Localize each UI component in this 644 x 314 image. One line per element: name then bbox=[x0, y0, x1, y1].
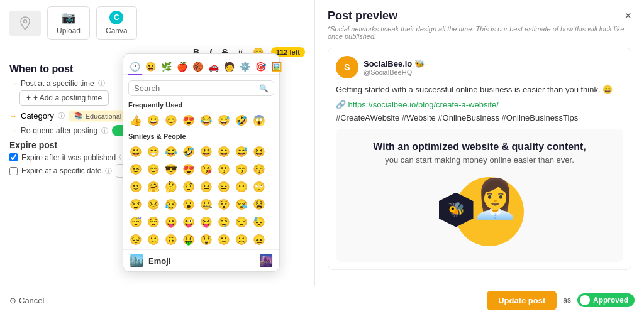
expire-date-checkbox[interactable] bbox=[9, 167, 18, 175]
image-thumbnail bbox=[9, 11, 41, 36]
emoji-item[interactable]: 😖 bbox=[250, 230, 268, 248]
emoji-item[interactable]: 😂 bbox=[197, 111, 215, 129]
canva-icon: C bbox=[109, 11, 123, 24]
emoji-item[interactable]: 😁 bbox=[145, 143, 162, 160]
emoji-item[interactable]: 😘 bbox=[197, 160, 215, 178]
emoji-item[interactable]: 🤤 bbox=[215, 213, 233, 230]
emoji-tab-smileys[interactable]: 😀 bbox=[144, 59, 157, 74]
emoji-item[interactable]: 😀 bbox=[127, 143, 145, 160]
emoji-item[interactable]: 🤗 bbox=[145, 178, 162, 195]
upload-row: 📷 Upload C Canva bbox=[9, 6, 305, 40]
info-icon[interactable]: ⓘ bbox=[98, 78, 105, 88]
emoji-item[interactable]: 😆 bbox=[250, 143, 268, 160]
emoji-tab-travel[interactable]: 🚗 bbox=[207, 59, 220, 74]
emoji-item[interactable]: 😀 bbox=[145, 111, 162, 129]
emoji-item[interactable]: 😲 bbox=[197, 230, 215, 248]
emoji-item[interactable]: 😚 bbox=[250, 160, 268, 178]
emoji-tab-recent[interactable]: 🕐 bbox=[128, 59, 142, 75]
bottom-bar: ⊙ Cancel Update post as Approved bbox=[0, 286, 644, 314]
emoji-item[interactable]: 🤣 bbox=[233, 111, 250, 129]
emoji-item[interactable]: 🙃 bbox=[162, 230, 180, 248]
emoji-item[interactable]: 😕 bbox=[145, 230, 162, 248]
category-info-icon[interactable]: ⓘ bbox=[58, 111, 65, 121]
emoji-item[interactable]: 😒 bbox=[233, 213, 250, 230]
emoji-item[interactable]: 😊 bbox=[145, 160, 162, 178]
emoji-item[interactable]: 🤐 bbox=[197, 195, 215, 213]
emoji-tab-people[interactable]: 🧑 bbox=[223, 59, 236, 74]
emoji-item[interactable]: 😌 bbox=[145, 213, 162, 230]
emoji-item[interactable]: 😝 bbox=[197, 213, 215, 230]
post-image-title: With an optimized website & quality cont… bbox=[348, 141, 611, 153]
emoji-item[interactable]: 😊 bbox=[162, 111, 180, 129]
emoji-item[interactable]: 😯 bbox=[215, 195, 233, 213]
emoji-item[interactable]: 😃 bbox=[197, 143, 215, 160]
emoji-search-input[interactable] bbox=[134, 84, 257, 93]
emoji-item[interactable]: 😓 bbox=[250, 213, 268, 230]
emoji-item[interactable]: 😛 bbox=[162, 213, 180, 230]
emoji-item[interactable]: 🙁 bbox=[215, 230, 233, 248]
requeue-arrow-icon: → bbox=[9, 126, 17, 135]
expire-published-checkbox[interactable] bbox=[9, 153, 18, 161]
emoji-tab-nature[interactable]: 🌿 bbox=[160, 59, 173, 74]
emoji-item[interactable]: 🤔 bbox=[162, 178, 180, 195]
emoji-item[interactable]: 😍 bbox=[180, 160, 197, 178]
emoji-item[interactable]: 😙 bbox=[233, 160, 250, 178]
post-text: Getting started with a successful online… bbox=[336, 84, 623, 96]
emoji-item[interactable]: 😅 bbox=[233, 143, 250, 160]
post-image-area: With an optimized website & quality cont… bbox=[336, 129, 623, 262]
emoji-item[interactable]: 😣 bbox=[145, 195, 162, 213]
post-link[interactable]: 🔗 https://socialbee.io/blog/create-a-web… bbox=[336, 100, 623, 109]
illustration-group: 🐝 👩‍💼 bbox=[436, 174, 524, 249]
emoji-item[interactable]: 🙄 bbox=[250, 178, 268, 195]
post-card: S SocialBee.io 🐝 @SocialBeeHQ Getting st… bbox=[328, 48, 631, 270]
emoji-item[interactable]: 😑 bbox=[215, 178, 233, 195]
emoji-item[interactable]: 😪 bbox=[233, 195, 250, 213]
requeue-label: Re-queue after posting bbox=[21, 126, 97, 135]
approved-label: Approved bbox=[593, 296, 628, 305]
emoji-tab-symbols[interactable]: 🎯 bbox=[254, 59, 267, 74]
emoji-item[interactable]: 😶 bbox=[233, 178, 250, 195]
emoji-item[interactable]: 😔 bbox=[127, 230, 145, 248]
expire-date-info-icon[interactable]: ⓘ bbox=[105, 166, 112, 176]
add-posting-time-button[interactable]: + + Add a posting time bbox=[19, 90, 109, 106]
post-author: S SocialBee.io 🐝 @SocialBeeHQ bbox=[336, 56, 623, 78]
category-arrow-icon: → bbox=[9, 112, 17, 121]
cancel-button[interactable]: ⊙ Cancel bbox=[9, 296, 44, 305]
emoji-item[interactable]: ☹️ bbox=[233, 230, 250, 248]
emoji-item[interactable]: 😎 bbox=[162, 160, 180, 178]
emoji-tab-sports[interactable]: 🏀 bbox=[191, 59, 204, 74]
author-info: SocialBee.io 🐝 @SocialBeeHQ bbox=[364, 59, 425, 76]
emoji-item[interactable]: 😴 bbox=[127, 213, 145, 230]
emoji-item[interactable]: 😉 bbox=[127, 160, 145, 178]
emoji-item[interactable]: 😮 bbox=[180, 195, 197, 213]
emoji-item[interactable]: 😄 bbox=[215, 143, 233, 160]
emoji-item[interactable]: 😫 bbox=[250, 195, 268, 213]
emoji-item[interactable]: 😂 bbox=[162, 143, 180, 160]
emoji-item[interactable]: 🤣 bbox=[180, 143, 197, 160]
emoji-item[interactable]: 😏 bbox=[127, 195, 145, 213]
emoji-item[interactable]: 😗 bbox=[215, 160, 233, 178]
approved-toggle[interactable]: Approved bbox=[577, 293, 635, 307]
emoji-tab-flags[interactable]: 🖼️ bbox=[270, 59, 283, 74]
upload-button[interactable]: 📷 Upload bbox=[47, 6, 90, 40]
plus-icon: + bbox=[26, 94, 31, 102]
emoji-item[interactable]: 😅 bbox=[215, 111, 233, 129]
emoji-tab-food[interactable]: 🍎 bbox=[175, 59, 189, 74]
emoji-item[interactable]: 🤑 bbox=[180, 230, 197, 248]
post-tags: #CreateAWebsite #Website #OnlineBusiness… bbox=[336, 113, 623, 122]
emoji-item[interactable]: 🤨 bbox=[180, 178, 197, 195]
update-post-button[interactable]: Update post bbox=[487, 291, 557, 310]
canva-button[interactable]: C Canva bbox=[96, 6, 137, 40]
emoji-tab-objects[interactable]: ⚙️ bbox=[238, 59, 252, 74]
emoji-item[interactable]: 😱 bbox=[250, 111, 268, 129]
emoji-item[interactable]: 😐 bbox=[197, 178, 215, 195]
requeue-info-icon[interactable]: ⓘ bbox=[101, 126, 108, 136]
emoji-item[interactable]: 😜 bbox=[180, 213, 197, 230]
emoji-search-box[interactable]: 🔍 bbox=[128, 80, 274, 96]
emoji-item[interactable]: 😍 bbox=[180, 111, 197, 129]
close-button[interactable]: × bbox=[625, 9, 631, 23]
emoji-item[interactable]: 👍 bbox=[127, 111, 145, 129]
emoji-item[interactable]: 🙂 bbox=[127, 178, 145, 195]
expire-date-label: Expire at a specific date bbox=[21, 166, 101, 175]
emoji-item[interactable]: 😥 bbox=[162, 195, 180, 213]
